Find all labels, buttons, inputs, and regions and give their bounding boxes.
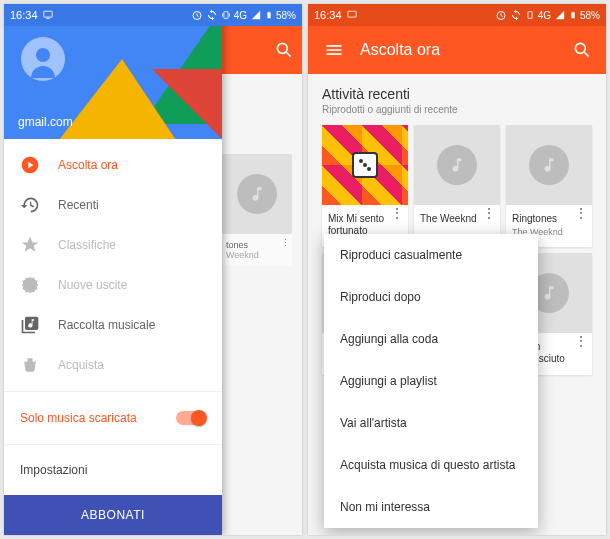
search-icon[interactable]	[558, 40, 606, 60]
music-note-icon	[237, 174, 277, 214]
card-item[interactable]: The Weeknd⋮	[414, 125, 500, 247]
battery-icon	[265, 9, 273, 21]
svg-rect-0	[43, 11, 51, 17]
svg-rect-4	[267, 12, 270, 18]
alarm-icon	[191, 9, 203, 21]
vibrate-icon	[221, 9, 231, 21]
menu-shuffle[interactable]: Riproduci casualmente	[324, 234, 538, 276]
mix-art	[322, 125, 408, 205]
background-card: tones Weeknd ⋮	[222, 154, 292, 266]
status-battery: 58%	[580, 10, 600, 21]
svg-rect-10	[528, 12, 532, 19]
status-time: 16:34	[314, 9, 342, 21]
hamburger-icon[interactable]	[308, 40, 360, 60]
svg-rect-5	[268, 12, 269, 13]
status-battery: 58%	[276, 10, 296, 21]
svg-rect-12	[572, 12, 573, 13]
nav-label: Recenti	[58, 198, 99, 212]
nav-shop[interactable]: Acquista	[4, 345, 222, 385]
menu-add-queue[interactable]: Aggiungi alla coda	[324, 318, 538, 360]
cast-icon	[346, 10, 358, 20]
nav-charts[interactable]: Classifiche	[4, 225, 222, 265]
avatar[interactable]	[18, 34, 68, 84]
phone-left: 16:34 4G 58% tones Weeknd ⋮	[4, 4, 302, 535]
divider	[4, 391, 222, 392]
more-icon[interactable]: ⋮	[482, 211, 496, 215]
divider	[4, 444, 222, 445]
context-menu: Riproduci casualmente Riproduci dopo Agg…	[324, 234, 538, 528]
cast-icon	[42, 10, 54, 20]
signal-icon	[554, 10, 566, 20]
card-item[interactable]: RingtonesThe Weeknd⋮	[506, 125, 592, 247]
section-title: Attività recenti	[322, 86, 592, 102]
sync-icon	[510, 9, 522, 21]
subscribe-button[interactable]: ABBONATI	[4, 495, 222, 535]
status-bar: 16:34 4G 58%	[4, 4, 302, 26]
status-time: 16:34	[10, 9, 38, 21]
nav-new-releases[interactable]: Nuove uscite	[4, 265, 222, 305]
section-subtitle: Riprodotti o aggiunti di recente	[322, 104, 592, 115]
vibrate-icon	[525, 9, 535, 21]
nav-library[interactable]: Raccolta musicale	[4, 305, 222, 345]
signal-icon	[250, 10, 262, 20]
nav-label: Raccolta musicale	[58, 318, 155, 332]
basket-icon	[20, 355, 40, 375]
svg-rect-3	[224, 12, 228, 19]
menu-not-interested[interactable]: Non mi interessa	[324, 486, 538, 528]
music-note-icon	[529, 145, 569, 185]
new-releases-icon	[20, 275, 40, 295]
appbar-title: Ascolta ora	[360, 41, 558, 59]
account-email[interactable]: gmail.com	[18, 115, 73, 129]
more-icon[interactable]: ⋮	[390, 211, 404, 215]
dice-icon	[352, 152, 378, 178]
nav-label: Nuove uscite	[58, 278, 127, 292]
nav-recent[interactable]: Recenti	[4, 185, 222, 225]
sync-icon	[206, 9, 218, 21]
nav-settings[interactable]: Impostazioni	[4, 451, 222, 489]
more-icon[interactable]: ⋮	[574, 339, 588, 343]
navigation-drawer: gmail.com Ascolta ora Recenti Classifich…	[4, 4, 222, 535]
menu-buy-artist[interactable]: Acquista musica di questo artista	[324, 444, 538, 486]
phone-right: 16:34 4G 58% Ascolta ora Attività recent…	[308, 4, 606, 535]
star-icon	[20, 235, 40, 255]
downloaded-only-toggle[interactable]: Solo musica scaricata	[4, 398, 222, 438]
more-icon[interactable]: ⋮	[574, 211, 588, 215]
menu-go-artist[interactable]: Vai all'artista	[324, 402, 538, 444]
more-icon[interactable]: ⋮	[281, 238, 290, 248]
menu-play-next[interactable]: Riproduci dopo	[324, 276, 538, 318]
nav-label: Ascolta ora	[58, 158, 118, 172]
search-icon[interactable]	[274, 40, 294, 60]
menu-add-playlist[interactable]: Aggiungi a playlist	[324, 360, 538, 402]
svg-rect-1	[46, 18, 49, 19]
nav-label: Classifiche	[58, 238, 116, 252]
history-icon	[20, 195, 40, 215]
switch-on[interactable]	[176, 411, 206, 425]
status-bar: 16:34 4G 58%	[308, 4, 606, 26]
play-circle-icon	[20, 155, 40, 175]
music-note-icon	[437, 145, 477, 185]
status-network: 4G	[234, 10, 247, 21]
card-mix[interactable]: Mix Mi sento fortunato⋮	[322, 125, 408, 247]
bg-card-sub: Weeknd	[226, 250, 288, 260]
status-network: 4G	[538, 10, 551, 21]
bg-card-title: tones	[226, 240, 288, 250]
svg-rect-8	[347, 11, 355, 17]
battery-icon	[569, 9, 577, 21]
nav-listen-now[interactable]: Ascolta ora	[4, 145, 222, 185]
svg-rect-11	[571, 12, 574, 18]
nav-label: Acquista	[58, 358, 104, 372]
toggle-label: Solo musica scaricata	[20, 411, 137, 425]
svg-point-6	[277, 43, 287, 53]
library-music-icon	[20, 315, 40, 335]
svg-point-13	[575, 43, 585, 53]
alarm-icon	[495, 9, 507, 21]
